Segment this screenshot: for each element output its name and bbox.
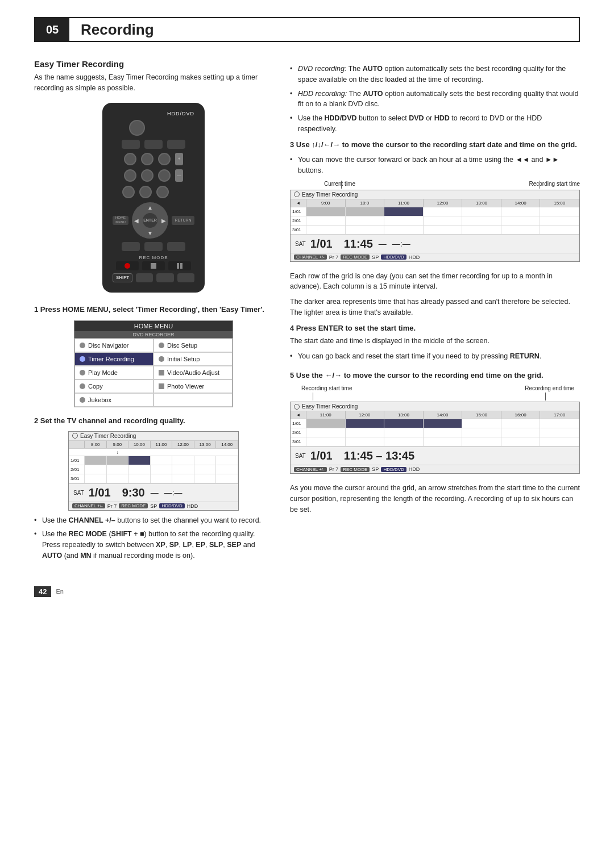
current-time-line (341, 181, 342, 189)
grid1-time: 9:30 (122, 486, 145, 499)
timer-grid3-label: Easy Timer Recording (302, 403, 358, 410)
grid2-r1c6 (540, 207, 579, 216)
step-1: 1 Press HOME MENU, select 'Timer Recordi… (34, 304, 273, 408)
grid2-row-1: 1/01 (291, 207, 579, 216)
grid3-r3c3 (424, 437, 463, 446)
timer-grid1-info: SAT 1/01 9:30 — —:— (69, 483, 238, 502)
remote-circle-sm-9 (156, 186, 169, 198)
step-5: 5 Use the ←/→ to move the cursor to the … (290, 370, 580, 474)
step4-body: The start date and time is displayed in … (290, 336, 580, 347)
grid3-r2c3 (424, 428, 463, 437)
step-2: 2 Set the TV channel and recording quali… (34, 415, 273, 561)
nav-ring: ▲ ▼ ◀ ▶ ENTER (132, 202, 168, 239)
grid1-mode: REC MODE (119, 503, 148, 508)
annotation-lines-2 (290, 393, 580, 400)
grid2-r2c1 (346, 216, 385, 225)
video-audio-icon (159, 370, 164, 375)
timer-grid-3-title: Easy Timer Recording (291, 402, 579, 411)
home-menu-subtitle: DVD RECORDER (74, 331, 233, 338)
page-header: 05 Recording (34, 17, 580, 42)
home-menu-box: HOME MENU DVD RECORDER Disc Navigator Di… (74, 320, 233, 407)
home-menu-video-audio: Video/Audio Adjust (154, 366, 233, 379)
grid3-r3c2 (384, 437, 424, 446)
remote-btn-mid-1 (122, 242, 140, 251)
remote-container: HDD/DVD + (34, 103, 273, 293)
remote-btn-1 (122, 140, 140, 149)
footer-lang: En (56, 588, 63, 595)
footer-page-number: 42 (34, 586, 51, 597)
grid1-col-empty (69, 441, 85, 448)
grid1-r2c0 (85, 465, 107, 474)
grid3-r1c5 (501, 419, 541, 428)
content-area: Easy Timer Recording As the name suggest… (34, 59, 580, 569)
grid1-h0: 8:00 (85, 441, 107, 448)
photo-icon (159, 383, 164, 389)
step4-bullet1: You can go back and reset the start time… (290, 351, 580, 362)
grid3-pr: Pr 7 (329, 466, 339, 472)
remote-row-2 (113, 140, 194, 149)
remote-circle-sm-5 (141, 169, 154, 182)
right-bullet-dvd: DVD recording: The AUTO option automatic… (290, 64, 580, 85)
grid1-r1c4 (172, 456, 194, 465)
jukebox-label: Jukebox (88, 397, 111, 403)
grid1-r3c6 (216, 474, 238, 483)
grid1-r3c0 (85, 474, 107, 483)
grid1-r3c2 (128, 474, 151, 483)
grid2-h3: 12:00 (424, 199, 463, 207)
timer-grid1-header: 8:00 9:00 10:00 11:00 12:00 13:00 14:00 (69, 441, 238, 449)
photo-label: Photo Viewer (167, 383, 204, 390)
step2-bullet2: Use the REC MODE (SHIFT + ■) button to s… (34, 529, 273, 561)
remote-btn-bot-1 (136, 273, 153, 282)
grid1-r3c1 (107, 474, 129, 483)
page-title: Recording (81, 21, 154, 39)
remote-row-4: — (113, 169, 194, 182)
grid1-pr: Pr 7 (107, 503, 117, 509)
grid1-end: —:— (164, 488, 182, 497)
grid2-row3-label: 3/01 (291, 226, 306, 234)
grid1-h1: 9:00 (107, 441, 129, 448)
step4-bullets: You can go back and reset the start time… (290, 351, 580, 362)
rec-btn-dot (116, 261, 139, 270)
grid3-r1c0 (306, 419, 346, 428)
grid3-r2c5 (501, 428, 541, 437)
right-bullet-hdd: HDD recording: The AUTO option automatic… (290, 89, 580, 110)
grid3-h1: 12:00 (346, 411, 385, 419)
grid2-row2-label: 2/01 (291, 216, 306, 225)
timer-rec-label: Timer Recording (88, 356, 134, 362)
grid1-r1c5 (194, 456, 217, 465)
grid2-hdd: HDD (409, 254, 420, 260)
grid2-r3c1 (346, 226, 385, 234)
grid3-r3c5 (501, 437, 541, 446)
grid2-r2c3 (424, 216, 463, 225)
grid2-sat: SAT (295, 241, 306, 247)
grid1-date: 1/01 (89, 486, 111, 499)
grid1-r1c2 (128, 456, 151, 465)
grid3-r2c1 (346, 428, 385, 437)
grid2-pr: Pr 7 (329, 254, 339, 260)
grid3-r2c4 (462, 428, 501, 437)
grid3-h4: 15:00 (462, 411, 501, 419)
grid3-r3c1 (346, 437, 385, 446)
remote-btn-2 (144, 140, 163, 149)
section-intro: As the name suggests, Easy Timer Recordi… (34, 72, 273, 94)
grid3-ch: CHANNEL +/- (294, 467, 327, 472)
remote-circle-sm-4 (124, 169, 136, 182)
grid2-h4: 13:00 (462, 199, 501, 207)
home-menu-btn: HOMEMENU (113, 216, 128, 225)
grid1-r3c4 (172, 474, 194, 483)
timer-grid-3: Easy Timer Recording ◄ 11:00 12:00 13:00… (290, 402, 580, 474)
grid1-h5: 13:00 (194, 441, 217, 448)
remote-row-5 (113, 186, 194, 198)
grid3-row3-label: 3/01 (291, 437, 306, 446)
grid2-mode: REC MODE (341, 254, 370, 260)
grid1-r3c5 (194, 474, 217, 483)
grid2-sp: SP (372, 254, 379, 260)
final-para: As you move the cursor around the grid, … (290, 483, 580, 515)
remote-circle-sm-8 (139, 186, 152, 198)
step4-heading: 4 Press ENTER to set the start time. (290, 323, 580, 334)
grid1-r3c3 (151, 474, 173, 483)
grid-para2: The darker area represents time that has… (290, 297, 580, 318)
remote-circle-sm-3 (158, 153, 171, 165)
remote-btn-bot-3 (177, 273, 194, 282)
video-audio-label: Video/Audio Adjust (167, 369, 219, 376)
